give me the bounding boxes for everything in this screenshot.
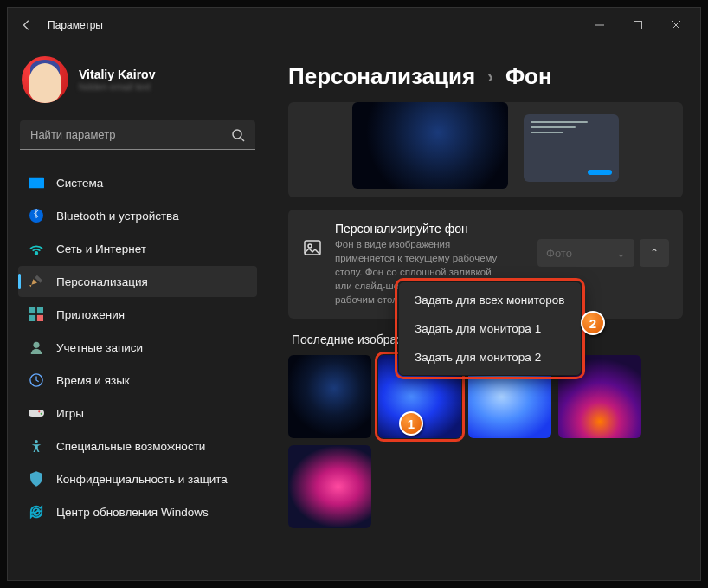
apps-icon: [29, 307, 44, 322]
profile-email: hidden email text: [79, 81, 155, 92]
svg-rect-11: [29, 315, 35, 321]
window-title: Параметры: [48, 19, 103, 31]
accounts-icon: [29, 339, 44, 355]
search-icon: [231, 128, 245, 142]
system-icon: [29, 175, 44, 191]
update-icon: [29, 504, 44, 520]
mini-preview: [524, 114, 619, 182]
svg-point-8: [35, 252, 38, 255]
image-icon: [302, 237, 323, 258]
sidebar-item-label: Приложения: [56, 308, 125, 321]
sidebar: Vitaliy Kairov hidden email text Система…: [8, 42, 267, 580]
dropdown-value: Фото: [546, 247, 572, 260]
callout-1: 1: [399, 411, 423, 436]
svg-point-17: [41, 413, 42, 415]
sidebar-item-label: Персонализация: [56, 275, 148, 288]
svg-rect-10: [37, 307, 43, 313]
titlebar: Параметры: [8, 8, 700, 42]
search-box[interactable]: [20, 120, 255, 150]
chevron-down-icon: ⌄: [616, 247, 626, 260]
background-type-dropdown[interactable]: Фото ⌄: [537, 239, 634, 267]
gaming-icon: [29, 405, 44, 421]
network-icon: [29, 241, 44, 256]
sidebar-item-apps[interactable]: Приложения: [18, 299, 257, 330]
sidebar-item-label: Система: [56, 177, 103, 190]
sidebar-item-label: Игры: [56, 407, 84, 420]
accessibility-icon: [29, 438, 44, 454]
sidebar-item-personalization[interactable]: Персонализация: [18, 266, 257, 297]
profile-block[interactable]: Vitaliy Kairov hidden email text: [18, 49, 257, 117]
context-menu-item-2[interactable]: Задать для монитора 2: [399, 343, 581, 372]
personalization-icon: [29, 274, 44, 289]
sidebar-item-label: Центр обновления Windows: [56, 506, 209, 519]
desktop-preview: [352, 102, 508, 189]
avatar: [22, 56, 68, 103]
chevron-up-icon: ⌃: [650, 247, 659, 259]
sidebar-item-privacy[interactable]: Конфиденциальность и защита: [18, 463, 257, 494]
callout-2: 2: [581, 311, 605, 335]
recent-images-grid: [288, 355, 683, 528]
sidebar-item-label: Конфиденциальность и защита: [56, 473, 228, 486]
context-menu-item-1[interactable]: Задать для монитора 1: [399, 314, 581, 343]
sidebar-item-label: Учетные записи: [56, 341, 143, 354]
sidebar-item-accounts[interactable]: Учетные записи: [18, 332, 257, 363]
sidebar-item-accessibility[interactable]: Специальные возможности: [18, 430, 257, 462]
close-button[interactable]: [657, 11, 695, 39]
time-icon: [29, 372, 44, 388]
bluetooth-icon: [29, 208, 44, 223]
breadcrumb-parent[interactable]: Персонализация: [288, 63, 475, 90]
preview-card: [288, 102, 683, 197]
sidebar-item-label: Сеть и Интернет: [56, 242, 146, 255]
sidebar-item-label: Bluetooth и устройства: [56, 210, 179, 223]
context-menu-item-0[interactable]: Задать для всех мониторов: [399, 286, 581, 314]
privacy-icon: [29, 471, 44, 487]
svg-rect-1: [634, 22, 642, 29]
sidebar-item-bluetooth[interactable]: Bluetooth и устройства: [18, 200, 257, 231]
breadcrumb-current: Фон: [505, 63, 552, 90]
window-controls: [581, 11, 695, 39]
maximize-button[interactable]: [619, 11, 657, 39]
search-input[interactable]: [30, 128, 231, 141]
svg-line-5: [241, 138, 244, 141]
back-button[interactable]: [13, 11, 41, 39]
profile-name: Vitaliy Kairov: [79, 68, 155, 81]
breadcrumb: Персонализация › Фон: [288, 63, 683, 90]
setting-controls: Фото ⌄ ⌃: [537, 239, 669, 267]
svg-point-20: [308, 244, 312, 248]
recent-image-1[interactable]: [288, 355, 371, 438]
sidebar-item-gaming[interactable]: Игры: [18, 397, 257, 429]
sidebar-item-label: Время и язык: [56, 374, 130, 387]
chevron-right-icon: ›: [487, 67, 493, 87]
svg-point-13: [33, 342, 39, 348]
sidebar-item-network[interactable]: Сеть и Интернет: [18, 233, 257, 264]
svg-point-16: [38, 410, 40, 412]
sidebar-item-time[interactable]: Время и язык: [18, 365, 257, 396]
svg-point-4: [233, 130, 241, 139]
svg-rect-9: [29, 307, 35, 313]
expand-button[interactable]: ⌃: [640, 239, 669, 267]
sidebar-item-update[interactable]: Центр обновления Windows: [18, 496, 257, 527]
svg-rect-6: [29, 178, 44, 189]
sidebar-item-system[interactable]: Система: [18, 167, 257, 198]
recent-image-5[interactable]: [288, 445, 371, 528]
sidebar-item-label: Специальные возможности: [56, 440, 205, 453]
nav-list: СистемаBluetooth и устройстваСеть и Инте…: [18, 167, 257, 527]
svg-rect-12: [37, 315, 43, 321]
minimize-button[interactable]: [581, 11, 619, 39]
svg-point-18: [35, 440, 38, 443]
context-menu[interactable]: Задать для всех мониторовЗадать для мони…: [398, 281, 582, 376]
settings-window: Параметры Vitaliy Kairov hidden email te…: [7, 7, 701, 581]
setting-title: Персонализируйте фон: [335, 222, 525, 236]
